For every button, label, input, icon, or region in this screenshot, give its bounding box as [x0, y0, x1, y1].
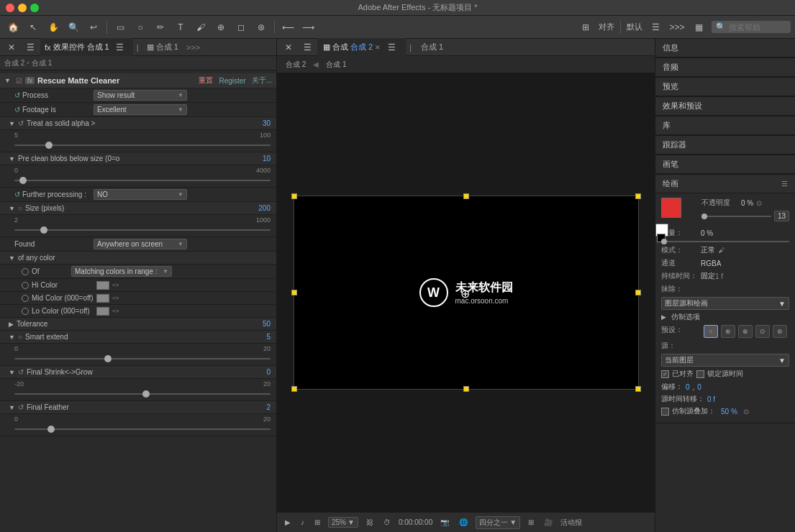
eraser-btn[interactable]: ◻ — [232, 19, 250, 35]
of-radio[interactable] — [22, 268, 29, 275]
puppet-btn[interactable]: ⊛ — [253, 19, 270, 35]
feather-checkbox[interactable]: ↺ — [18, 403, 24, 411]
preset-btn1[interactable]: ○ — [704, 325, 718, 338]
of-dropdown[interactable]: Matching colors in range : ▼ — [71, 266, 172, 277]
duration-value[interactable]: 固定 — [701, 271, 715, 281]
comp-nav-parent[interactable]: 合成 1 — [323, 59, 349, 70]
further-proc-dropdown[interactable]: NO ▼ — [94, 189, 187, 200]
blobs-thumb[interactable] — [19, 177, 27, 184]
text-btn[interactable]: T — [172, 19, 189, 35]
handle-bl[interactable] — [291, 386, 297, 392]
final-feather-value[interactable]: 2 — [266, 403, 271, 411]
toggle-feather[interactable]: ▼ — [9, 404, 15, 411]
move-front-btn[interactable]: ⟶ — [299, 19, 317, 35]
opacity-dots[interactable]: ⊙ — [756, 199, 762, 207]
opacity-thumb[interactable] — [701, 214, 707, 219]
footer-globe-btn[interactable]: 🌐 — [457, 518, 470, 527]
mode-value[interactable]: 正常 — [701, 245, 715, 255]
expand-btn[interactable]: >>> — [668, 19, 686, 35]
reset-btn[interactable]: 重置 — [199, 75, 213, 86]
preset-btn5[interactable]: ⊚ — [773, 325, 787, 338]
comp-panel-arrow[interactable]: | — [407, 43, 414, 52]
final-shrink-header[interactable]: ▼ ↺ Final Shrink<->Grow 0 — [0, 366, 276, 379]
final-shrink-value[interactable]: 0 — [266, 368, 271, 376]
tab-menu-btn1[interactable]: ☰ — [112, 40, 129, 55]
align-icon[interactable]: ⊞ — [577, 19, 594, 35]
toggle-shrink[interactable]: ▼ — [9, 369, 15, 376]
flow-thumb[interactable] — [661, 239, 667, 244]
select-btn[interactable]: ↖ — [24, 19, 42, 35]
hand-btn[interactable]: ✋ — [45, 19, 62, 35]
footer-snap-btn[interactable]: ⊞ — [312, 518, 322, 527]
breadcrumb-item2[interactable]: 合成 1 — [32, 58, 52, 68]
toggle-color[interactable]: ▼ — [9, 254, 15, 262]
maximize-button[interactable] — [30, 4, 39, 12]
effects-header[interactable]: 效果和预设 — [655, 97, 795, 116]
toggle-smart[interactable]: ▼ — [9, 334, 15, 341]
footer-camera-btn[interactable]: 📷 — [438, 518, 451, 527]
collapse-arrow[interactable]: ▼ — [4, 77, 11, 84]
preset-btn3[interactable]: ⊗ — [738, 325, 753, 338]
size-value[interactable]: 200 — [258, 204, 271, 212]
time-shift-value[interactable]: 0 f — [707, 395, 715, 403]
zoom-btn[interactable]: 🔍 — [65, 19, 82, 35]
aligned-checkbox[interactable] — [661, 370, 669, 378]
footage-dropdown[interactable]: Excellent ▼ — [94, 104, 187, 115]
footer-link-btn[interactable]: ⛓ — [364, 518, 376, 527]
flow-slider[interactable] — [661, 241, 789, 242]
comp-nav-home[interactable]: 合成 2 — [283, 59, 309, 70]
handle-br[interactable] — [635, 386, 641, 392]
found-dropdown[interactable]: Anywhere on screen ▼ — [94, 239, 187, 249]
lo-color-arrow[interactable]: <> — [112, 308, 119, 314]
library-header[interactable]: 库 — [655, 116, 795, 135]
breadcrumb-item1[interactable]: 合成 2 — [4, 58, 24, 68]
lo-color-swatch[interactable] — [96, 307, 109, 316]
brush-btn[interactable]: 🖌 — [192, 19, 209, 35]
window-controls[interactable] — [6, 4, 39, 12]
paint-menu-icon[interactable]: ☰ — [781, 180, 788, 188]
tab-effects-controls[interactable]: fx 效果控件 合成 1 ☰ — [40, 38, 133, 57]
zoom-dropdown[interactable]: 25% ▼ — [328, 517, 358, 528]
feather-slider[interactable] — [14, 424, 271, 434]
clone-overlay-checkbox[interactable] — [661, 408, 669, 416]
home-btn[interactable]: 🏠 — [4, 19, 22, 35]
preview-header[interactable]: 预览 — [655, 78, 795, 96]
mid-radio[interactable] — [22, 295, 29, 302]
toggle-tolerance[interactable]: ▶ — [9, 321, 14, 328]
erase-dropdown[interactable]: 图层源和绘画 ▼ — [661, 297, 789, 310]
color-section-header[interactable]: ▼ of any color — [0, 252, 276, 265]
smart-checkbox[interactable]: ○ — [18, 333, 22, 341]
size-slider[interactable] — [14, 225, 271, 235]
blobs-slider[interactable] — [14, 175, 271, 185]
about-btn[interactable]: 关于... — [252, 75, 272, 86]
handle-ml[interactable] — [291, 290, 297, 295]
clone-overlay-value[interactable]: 50 % — [721, 408, 737, 416]
hi-color-arrow[interactable]: <> — [112, 282, 119, 288]
foreground-color[interactable] — [661, 198, 681, 218]
panel-close-btn[interactable]: ✕ — [3, 40, 20, 55]
stamp-btn[interactable]: ⊕ — [212, 19, 230, 35]
solid-thumb[interactable] — [45, 142, 53, 149]
tolerance-header[interactable]: ▶ Tolerance 50 — [0, 318, 276, 331]
comp-tab2[interactable]: 合成 1 — [415, 40, 449, 54]
oval-btn[interactable]: ○ — [132, 19, 149, 35]
flow-value[interactable]: 0 % — [701, 229, 713, 237]
tracker-header[interactable]: 跟踪器 — [655, 136, 795, 155]
comp-settings-btn[interactable]: ☰ — [299, 40, 316, 55]
mid-color-arrow[interactable]: <> — [112, 295, 119, 301]
process-dropdown[interactable]: Show result ▼ — [94, 90, 187, 101]
quality-dropdown[interactable]: 四分之一 ▼ — [476, 516, 520, 529]
workspace-btn[interactable]: ▦ — [690, 19, 707, 35]
checkbox-visible[interactable]: ☑ — [16, 77, 22, 85]
source-dropdown[interactable]: 当前图层 ▼ — [661, 354, 789, 367]
rect-btn[interactable]: ▭ — [112, 19, 129, 35]
handle-tm[interactable] — [463, 193, 469, 199]
opacity-slider[interactable] — [701, 216, 771, 217]
blobs-value[interactable]: 10 — [263, 155, 271, 162]
close-button[interactable] — [6, 4, 14, 12]
solid-alpha-slider[interactable] — [14, 140, 271, 150]
smart-thumb[interactable] — [104, 355, 112, 362]
clone-toggle[interactable]: ▶ — [661, 313, 666, 321]
opacity-value[interactable]: 0 % — [741, 199, 753, 207]
smart-extend-value[interactable]: 5 — [266, 333, 271, 341]
